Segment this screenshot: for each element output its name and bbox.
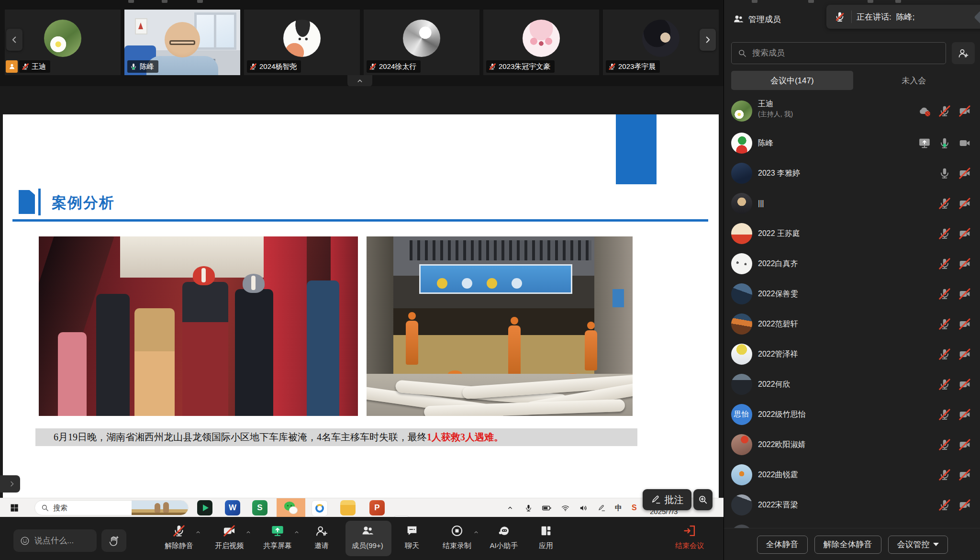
taskbar-app-powerpoint[interactable]: P: [369, 500, 385, 515]
camera-muted-icon[interactable]: [958, 469, 971, 481]
mute-all-button[interactable]: 全体静音: [757, 536, 808, 554]
quick-chat-input[interactable]: 说点什么...: [13, 529, 97, 552]
mic-muted-icon[interactable]: [938, 378, 951, 391]
raise-hand-button[interactable]: [101, 529, 126, 552]
panel-expand-button[interactable]: [0, 475, 20, 493]
start-video-button[interactable]: 开启视频: [203, 524, 256, 550]
mic-muted-icon[interactable]: [938, 348, 951, 360]
search-highlight-image[interactable]: [132, 500, 188, 515]
tray-pen-icon[interactable]: [598, 498, 606, 517]
toolbar-button-label: 聊天: [405, 541, 419, 550]
toolbar-button-label: 邀请: [314, 541, 329, 550]
camera-muted-icon[interactable]: [958, 197, 971, 210]
mic-muted-icon[interactable]: [938, 469, 951, 481]
camera-muted-icon[interactable]: [958, 499, 971, 511]
strip-scroll-left-button[interactable]: [6, 29, 22, 51]
camera-muted-icon[interactable]: [958, 105, 971, 117]
member-row[interactable]: 2022曲锐霆: [724, 459, 980, 490]
mic-icon: [22, 63, 29, 70]
member-row[interactable]: |||: [724, 188, 980, 218]
stop-recording-button[interactable]: 结束录制: [431, 524, 483, 550]
tray-volume-icon[interactable]: [579, 498, 588, 517]
mic-muted-icon[interactable]: [938, 227, 951, 240]
member-row[interactable]: 2022范碧轩: [724, 309, 980, 339]
mic-on-icon[interactable]: [938, 167, 951, 179]
mic-muted-icon[interactable]: [938, 408, 951, 421]
mic-muted-icon[interactable]: [938, 258, 951, 270]
camera-muted-icon[interactable]: [958, 258, 971, 270]
member-tabs: 会议中(147)未入会: [731, 71, 975, 90]
member-row[interactable]: 陈峰: [724, 128, 980, 158]
mic-muted-icon[interactable]: [938, 197, 951, 210]
member-search-input[interactable]: [751, 48, 911, 58]
tray-mic-icon[interactable]: [524, 498, 533, 517]
camera-muted-icon[interactable]: [958, 288, 971, 300]
taskbar-app-video-editor[interactable]: [197, 500, 212, 515]
mic-muted-icon[interactable]: [938, 288, 951, 300]
taskbar-app-word[interactable]: W: [225, 500, 240, 515]
camera-muted-icon[interactable]: [958, 227, 971, 240]
speaking-name: 陈峰;: [896, 11, 915, 22]
apps-button[interactable]: 应用: [520, 524, 572, 550]
camera-muted-icon[interactable]: [958, 318, 971, 330]
member-row[interactable]: 2022保善雯: [724, 279, 980, 309]
mic-muted-icon[interactable]: [938, 105, 951, 117]
mic-muted-icon[interactable]: [938, 438, 951, 451]
tray-battery-icon[interactable]: [542, 498, 552, 517]
member-row[interactable]: 2022白真齐: [724, 248, 980, 279]
options-chevron[interactable]: [195, 527, 201, 536]
tray-sogou-icon[interactable]: S: [632, 498, 637, 517]
add-member-button[interactable]: [952, 42, 975, 64]
member-row[interactable]: 2022 王苏庭: [724, 218, 980, 248]
member-row[interactable]: 2022管泽祥: [724, 339, 980, 369]
unmute-button[interactable]: 解除静音: [153, 524, 205, 550]
taskbar-search[interactable]: 搜索: [34, 500, 189, 515]
tray-expand-chevron[interactable]: [506, 498, 514, 517]
mic-speaking-icon[interactable]: [938, 137, 951, 149]
annotate-button[interactable]: 批注: [643, 489, 691, 510]
camera-muted-icon[interactable]: [958, 167, 971, 179]
magnifier-button[interactable]: [693, 489, 713, 510]
slide-decor-rectangle: [616, 114, 657, 184]
member-row[interactable]: [724, 520, 980, 528]
stop-icon: [450, 524, 464, 538]
strip-collapse-button[interactable]: [347, 75, 372, 87]
mic-muted-icon[interactable]: [938, 499, 951, 511]
camera-muted-icon[interactable]: [958, 408, 971, 421]
end-meeting-button[interactable]: 结束会议: [663, 524, 716, 550]
meeting-control-dropdown-button[interactable]: 会议管控: [888, 536, 948, 554]
video-tile[interactable]: 陈峰: [124, 10, 240, 75]
unmute-all-button[interactable]: 解除全体静音: [814, 536, 881, 554]
member-row[interactable]: 王迪(主持人, 我): [724, 94, 980, 128]
member-tab[interactable]: 会议中(147): [731, 71, 853, 90]
start-button[interactable]: [7, 500, 22, 515]
mic-muted-icon[interactable]: [938, 318, 951, 330]
member-row[interactable]: 2022宋晋梁: [724, 490, 980, 520]
member-search-box[interactable]: [731, 42, 946, 64]
video-tile[interactable]: 2024杨智尧: [244, 10, 360, 75]
taskbar-app-browser[interactable]: [312, 500, 328, 516]
taskbar-app-wechat[interactable]: [283, 500, 299, 515]
member-row[interactable]: 2022欧阳淑婧: [724, 429, 980, 459]
tray-ime-indicator[interactable]: 中: [615, 498, 622, 517]
video-tile[interactable]: 2023朱冠宇文豪: [483, 10, 599, 75]
members-icon: [360, 524, 375, 538]
strip-scroll-right-button[interactable]: [700, 29, 716, 51]
tray-wifi-icon[interactable]: [561, 498, 570, 517]
toolbar-button-label: AI小助手: [490, 541, 518, 550]
video-tile[interactable]: 2024徐太行: [364, 10, 479, 75]
camera-muted-icon[interactable]: [958, 348, 971, 360]
camera-muted-icon[interactable]: [958, 438, 971, 451]
cloud-recording-icon[interactable]: [918, 105, 931, 117]
invite-button[interactable]: 邀请: [295, 524, 348, 550]
options-chevron[interactable]: [245, 527, 252, 536]
taskbar-app-docs[interactable]: S: [252, 500, 267, 515]
member-row[interactable]: 思怡2022级竹思怡: [724, 399, 980, 429]
member-tab[interactable]: 未入会: [853, 71, 975, 90]
taskbar-app-file-explorer[interactable]: [340, 500, 356, 515]
member-row[interactable]: 2022何欣: [724, 369, 980, 399]
camera-on-icon[interactable]: [958, 137, 971, 149]
member-row[interactable]: 2023 李雅婷: [724, 158, 980, 188]
camera-muted-icon[interactable]: [958, 378, 971, 391]
screen-sharing-icon[interactable]: [918, 137, 931, 149]
